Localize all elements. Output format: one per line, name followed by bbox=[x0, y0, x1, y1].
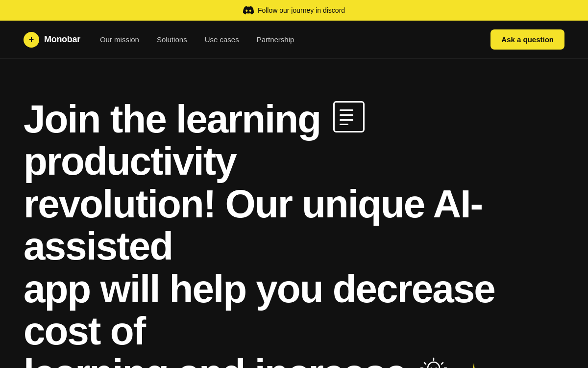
nav-left: + Monobar Our mission Solutions Use case… bbox=[24, 32, 294, 48]
logo[interactable]: + Monobar bbox=[24, 32, 80, 48]
logo-icon: + bbox=[24, 32, 39, 48]
svg-line-2 bbox=[424, 363, 426, 364]
nav-link-use-cases[interactable]: Use cases bbox=[205, 35, 239, 44]
discord-icon bbox=[243, 5, 254, 16]
top-banner: Follow our journey in discord bbox=[0, 0, 588, 21]
navbar: + Monobar Our mission Solutions Use case… bbox=[0, 21, 588, 59]
logo-text: Monobar bbox=[44, 34, 80, 45]
nav-link-partnership[interactable]: Partnership bbox=[257, 35, 294, 44]
svg-point-0 bbox=[428, 362, 440, 368]
notebook-icon bbox=[333, 101, 365, 132]
lightbulb-icon bbox=[419, 357, 448, 368]
sparkle-icon bbox=[463, 349, 485, 368]
hero-section: Join the learning productivityrevolution… bbox=[0, 59, 588, 368]
hero-headline: Join the learning productivityrevolution… bbox=[24, 98, 538, 368]
svg-line-3 bbox=[441, 363, 443, 364]
headline-text-1: Join the learning bbox=[24, 97, 330, 141]
nav-links: Our mission Solutions Use cases Partners… bbox=[100, 35, 294, 44]
nav-link-solutions[interactable]: Solutions bbox=[157, 35, 187, 44]
ask-question-button[interactable]: Ask a question bbox=[490, 29, 564, 50]
nav-link-mission[interactable]: Our mission bbox=[100, 35, 139, 44]
headline-text-2: productivityrevolution! Our unique AI-as… bbox=[24, 139, 495, 368]
banner-text: Follow our journey in discord bbox=[258, 6, 345, 14]
